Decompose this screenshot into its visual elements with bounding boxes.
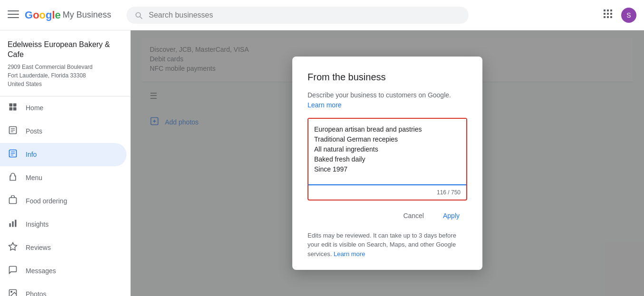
svg-rect-11 xyxy=(610,16,612,18)
svg-rect-24 xyxy=(10,198,17,204)
sidebar-item-home[interactable]: Home xyxy=(0,96,126,120)
svg-rect-15 xyxy=(13,107,17,110)
modal: From the business Describe your business… xyxy=(292,57,482,270)
sidebar-item-reviews[interactable]: Reviews xyxy=(0,236,126,259)
sidebar-item-insights[interactable]: Insights xyxy=(0,213,126,236)
cancel-button[interactable]: Cancel xyxy=(395,208,432,223)
food-ordering-icon xyxy=(8,195,18,207)
svg-rect-4 xyxy=(607,10,609,11)
svg-rect-7 xyxy=(607,13,609,15)
modal-overlay: From the business Describe your business… xyxy=(131,30,644,296)
svg-rect-5 xyxy=(610,10,612,11)
sidebar-item-label: Messages xyxy=(26,267,56,275)
apply-button[interactable]: Apply xyxy=(435,208,467,223)
sidebar-item-food-ordering[interactable]: Food ordering xyxy=(0,190,126,213)
business-name: Edelweiss European Bakery & Cafe xyxy=(8,40,123,60)
svg-rect-27 xyxy=(15,220,16,227)
app-name: My Business xyxy=(63,10,111,20)
logo: Google My Business xyxy=(25,9,111,21)
modal-title: From the business xyxy=(308,72,467,83)
business-description-textarea[interactable]: European artisan bread and pastries Trad… xyxy=(308,119,466,185)
search-icon xyxy=(134,10,143,20)
search-input[interactable] xyxy=(149,11,461,19)
search-bar[interactable] xyxy=(126,7,469,24)
svg-rect-2 xyxy=(8,17,19,18)
svg-rect-13 xyxy=(13,103,17,106)
char-count: 116 / 750 xyxy=(308,187,466,200)
sidebar-item-label: Reviews xyxy=(26,244,51,251)
sidebar-item-label: Photos xyxy=(26,290,47,296)
business-info: Edelweiss European Bakery & Cafe 2909 Ea… xyxy=(0,30,130,96)
photos-icon xyxy=(8,288,18,296)
sidebar-item-menu[interactable]: Menu xyxy=(0,166,126,190)
business-description-wrapper: European artisan bread and pastries Trad… xyxy=(308,118,467,201)
sidebar-item-label: Insights xyxy=(26,220,48,228)
sidebar-item-posts[interactable]: Posts xyxy=(0,120,126,143)
modal-description: Describe your business to customers on G… xyxy=(308,90,467,110)
svg-rect-10 xyxy=(607,16,609,18)
sidebar-item-label: Menu xyxy=(26,174,42,181)
home-icon xyxy=(8,102,18,114)
menu-icon xyxy=(8,172,18,184)
svg-rect-14 xyxy=(10,107,13,110)
svg-rect-8 xyxy=(610,13,612,15)
avatar[interactable]: S xyxy=(621,8,636,23)
sidebar-item-label: Info xyxy=(26,151,37,158)
apps-icon[interactable] xyxy=(602,8,614,22)
posts-icon xyxy=(8,125,18,137)
sidebar-item-photos[interactable]: Photos xyxy=(0,283,126,296)
modal-footer: Edits may be reviewed. It can take up to… xyxy=(308,231,467,259)
google-logo: Google xyxy=(25,9,61,21)
sidebar: Edelweiss European Bakery & Cafe 2909 Ea… xyxy=(0,30,131,296)
hamburger-icon[interactable] xyxy=(8,9,19,22)
insights-icon xyxy=(8,219,18,230)
sidebar-item-label: Home xyxy=(26,104,43,112)
sidebar-item-label: Food ordering xyxy=(26,197,67,205)
messages-icon xyxy=(8,265,18,277)
svg-rect-0 xyxy=(8,10,19,11)
svg-rect-26 xyxy=(12,221,13,227)
info-icon xyxy=(8,149,18,161)
svg-rect-9 xyxy=(604,16,606,18)
layout: Edelweiss European Bakery & Cafe 2909 Ea… xyxy=(0,30,644,296)
sidebar-nav: Home Posts Info Menu xyxy=(0,96,130,296)
modal-actions: Cancel Apply xyxy=(308,208,467,223)
sidebar-item-messages[interactable]: Messages xyxy=(0,259,126,283)
footer-learn-more-link[interactable]: Learn more xyxy=(334,250,365,258)
sidebar-item-label: Posts xyxy=(26,127,42,135)
svg-rect-3 xyxy=(604,10,606,11)
topbar: Google My Business S xyxy=(0,0,644,30)
svg-rect-12 xyxy=(10,103,13,106)
svg-point-29 xyxy=(11,291,12,292)
svg-rect-6 xyxy=(604,13,606,15)
svg-rect-25 xyxy=(10,223,11,227)
topbar-right: S xyxy=(602,8,636,23)
svg-rect-1 xyxy=(8,14,19,15)
reviews-icon xyxy=(8,242,18,254)
sidebar-item-info[interactable]: Info xyxy=(0,143,126,166)
main-content: Discover, JCB, MasterCard, VISA Debit ca… xyxy=(131,30,644,296)
modal-learn-more-link[interactable]: Learn more xyxy=(308,101,342,109)
business-address: 2909 East Commercial Boulevard Fort Laud… xyxy=(8,63,123,88)
